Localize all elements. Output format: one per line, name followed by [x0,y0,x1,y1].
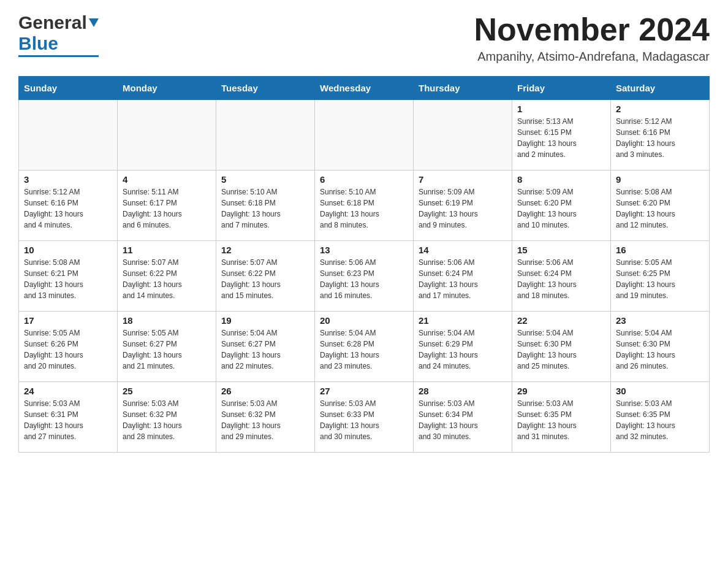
day-number: 8 [517,174,605,185]
day-info: Sunrise: 5:05 AM Sunset: 6:26 PM Dayligh… [24,329,83,370]
day-info: Sunrise: 5:05 AM Sunset: 6:27 PM Dayligh… [123,329,182,370]
day-info: Sunrise: 5:08 AM Sunset: 6:21 PM Dayligh… [24,258,83,300]
calendar-cell: 30Sunrise: 5:03 AM Sunset: 6:35 PM Dayli… [611,382,710,453]
day-info: Sunrise: 5:03 AM Sunset: 6:32 PM Dayligh… [123,399,182,441]
month-title: November 2024 [474,12,710,47]
page-header: General Blue November 2024 Ampanihy, Ats… [18,12,710,64]
calendar-cell: 10Sunrise: 5:08 AM Sunset: 6:21 PM Dayli… [19,241,118,312]
day-number: 1 [517,104,605,114]
calendar-cell: 22Sunrise: 5:04 AM Sunset: 6:30 PM Dayli… [512,312,611,382]
day-number: 6 [320,174,408,185]
day-number: 23 [616,315,704,326]
day-number: 27 [320,386,408,396]
calendar-week-row: 3Sunrise: 5:12 AM Sunset: 6:16 PM Daylig… [19,170,710,241]
calendar-cell: 25Sunrise: 5:03 AM Sunset: 6:32 PM Dayli… [118,382,216,453]
day-number: 3 [24,174,112,185]
calendar-cell: 2Sunrise: 5:12 AM Sunset: 6:16 PM Daylig… [611,100,710,170]
day-info: Sunrise: 5:04 AM Sunset: 6:30 PM Dayligh… [517,329,577,370]
day-number: 20 [320,315,408,326]
calendar-header-saturday: Saturday [611,77,710,100]
day-number: 24 [24,386,112,396]
day-info: Sunrise: 5:06 AM Sunset: 6:23 PM Dayligh… [320,258,379,300]
day-number: 9 [616,174,704,185]
calendar-cell: 13Sunrise: 5:06 AM Sunset: 6:23 PM Dayli… [315,241,414,312]
day-number: 28 [419,386,507,396]
calendar-cell: 5Sunrise: 5:10 AM Sunset: 6:18 PM Daylig… [216,170,315,241]
day-number: 5 [221,174,309,185]
day-number: 14 [419,245,507,255]
day-number: 22 [517,315,605,326]
day-info: Sunrise: 5:03 AM Sunset: 6:35 PM Dayligh… [517,399,577,441]
calendar-cell: 7Sunrise: 5:09 AM Sunset: 6:19 PM Daylig… [414,170,512,241]
day-info: Sunrise: 5:04 AM Sunset: 6:30 PM Dayligh… [616,329,675,370]
calendar-cell [19,100,118,170]
day-info: Sunrise: 5:13 AM Sunset: 6:15 PM Dayligh… [517,117,577,159]
calendar-cell: 28Sunrise: 5:03 AM Sunset: 6:34 PM Dayli… [414,382,512,453]
day-number: 30 [616,386,704,396]
calendar-cell: 15Sunrise: 5:06 AM Sunset: 6:24 PM Dayli… [512,241,611,312]
calendar-cell: 18Sunrise: 5:05 AM Sunset: 6:27 PM Dayli… [118,312,216,382]
day-number: 11 [123,245,211,255]
calendar-header-wednesday: Wednesday [315,77,414,100]
location-title: Ampanihy, Atsimo-Andrefana, Madagascar [474,50,710,64]
day-info: Sunrise: 5:03 AM Sunset: 6:31 PM Dayligh… [24,399,83,441]
calendar-header-sunday: Sunday [19,77,118,100]
calendar-cell: 23Sunrise: 5:04 AM Sunset: 6:30 PM Dayli… [611,312,710,382]
day-info: Sunrise: 5:04 AM Sunset: 6:29 PM Dayligh… [419,329,478,370]
day-info: Sunrise: 5:08 AM Sunset: 6:20 PM Dayligh… [616,188,675,229]
calendar-cell: 20Sunrise: 5:04 AM Sunset: 6:28 PM Dayli… [315,312,414,382]
day-info: Sunrise: 5:06 AM Sunset: 6:24 PM Dayligh… [517,258,577,300]
title-area: November 2024 Ampanihy, Atsimo-Andrefana… [474,12,710,64]
calendar-cell: 26Sunrise: 5:03 AM Sunset: 6:32 PM Dayli… [216,382,315,453]
day-number: 19 [221,315,309,326]
day-number: 15 [517,245,605,255]
calendar-cell: 29Sunrise: 5:03 AM Sunset: 6:35 PM Dayli… [512,382,611,453]
logo-blue-text: Blue [18,33,58,54]
day-number: 2 [616,104,704,114]
day-number: 18 [123,315,211,326]
day-info: Sunrise: 5:11 AM Sunset: 6:17 PM Dayligh… [123,188,182,229]
day-info: Sunrise: 5:12 AM Sunset: 6:16 PM Dayligh… [24,188,83,229]
day-info: Sunrise: 5:10 AM Sunset: 6:18 PM Dayligh… [221,188,281,229]
logo: General Blue [18,12,99,57]
calendar-cell: 27Sunrise: 5:03 AM Sunset: 6:33 PM Dayli… [315,382,414,453]
calendar-cell: 17Sunrise: 5:05 AM Sunset: 6:26 PM Dayli… [19,312,118,382]
calendar-cell: 21Sunrise: 5:04 AM Sunset: 6:29 PM Dayli… [414,312,512,382]
calendar-header-thursday: Thursday [414,77,512,100]
calendar-cell [216,100,315,170]
calendar-cell: 8Sunrise: 5:09 AM Sunset: 6:20 PM Daylig… [512,170,611,241]
day-info: Sunrise: 5:05 AM Sunset: 6:25 PM Dayligh… [616,258,675,300]
calendar-header-friday: Friday [512,77,611,100]
day-number: 7 [419,174,507,185]
calendar-week-row: 24Sunrise: 5:03 AM Sunset: 6:31 PM Dayli… [19,382,710,453]
calendar-header-tuesday: Tuesday [216,77,315,100]
calendar-cell: 14Sunrise: 5:06 AM Sunset: 6:24 PM Dayli… [414,241,512,312]
day-info: Sunrise: 5:07 AM Sunset: 6:22 PM Dayligh… [221,258,281,300]
calendar-cell [315,100,414,170]
day-info: Sunrise: 5:12 AM Sunset: 6:16 PM Dayligh… [616,117,675,159]
day-info: Sunrise: 5:03 AM Sunset: 6:32 PM Dayligh… [221,399,281,441]
day-info: Sunrise: 5:09 AM Sunset: 6:20 PM Dayligh… [517,188,577,229]
calendar-cell [118,100,216,170]
logo-underline [18,55,99,57]
day-number: 26 [221,386,309,396]
calendar-cell: 6Sunrise: 5:10 AM Sunset: 6:18 PM Daylig… [315,170,414,241]
calendar-week-row: 10Sunrise: 5:08 AM Sunset: 6:21 PM Dayli… [19,241,710,312]
calendar-cell: 11Sunrise: 5:07 AM Sunset: 6:22 PM Dayli… [118,241,216,312]
svg-marker-0 [89,18,99,27]
calendar-table: SundayMondayTuesdayWednesdayThursdayFrid… [18,76,710,453]
day-info: Sunrise: 5:03 AM Sunset: 6:35 PM Dayligh… [616,399,675,441]
day-info: Sunrise: 5:09 AM Sunset: 6:19 PM Dayligh… [419,188,478,229]
day-number: 4 [123,174,211,185]
day-number: 16 [616,245,704,255]
calendar-week-row: 1Sunrise: 5:13 AM Sunset: 6:15 PM Daylig… [19,100,710,170]
calendar-week-row: 17Sunrise: 5:05 AM Sunset: 6:26 PM Dayli… [19,312,710,382]
day-info: Sunrise: 5:04 AM Sunset: 6:27 PM Dayligh… [221,329,281,370]
day-number: 17 [24,315,112,326]
day-number: 25 [123,386,211,396]
calendar-cell: 16Sunrise: 5:05 AM Sunset: 6:25 PM Dayli… [611,241,710,312]
calendar-header-monday: Monday [118,77,216,100]
day-number: 13 [320,245,408,255]
logo-general-text: General [18,12,87,33]
day-info: Sunrise: 5:06 AM Sunset: 6:24 PM Dayligh… [419,258,478,300]
